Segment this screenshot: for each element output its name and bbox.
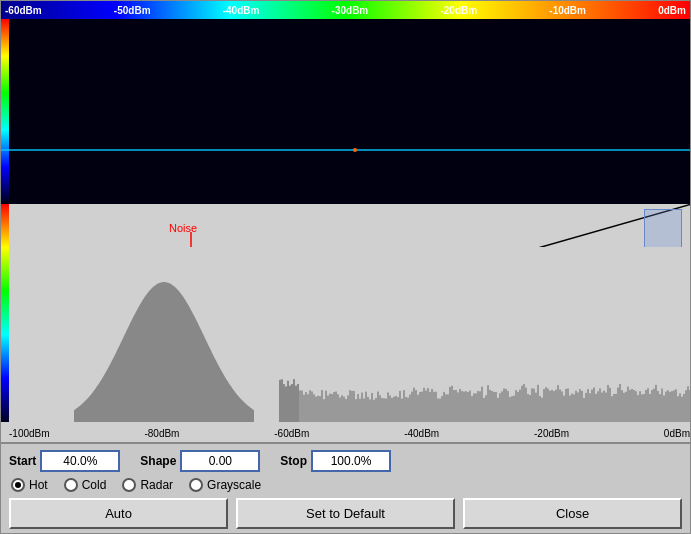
controls-panel: Start Shape Stop HotColdRadarGrayscale A… — [1, 442, 690, 533]
xaxis-label: -100dBm — [9, 428, 50, 439]
histogram-color-strip — [1, 204, 9, 422]
colorbar-label: 0dBm — [658, 5, 686, 16]
colorbar-label: -40dBm — [223, 5, 260, 16]
xaxis-label: -20dBm — [534, 428, 569, 439]
button-row: AutoSet to DefaultClose — [9, 498, 682, 529]
start-label: Start — [9, 454, 36, 468]
colorbar-label: -20dBm — [440, 5, 477, 16]
set-to-default-button[interactable]: Set to Default — [236, 498, 455, 529]
colorbar-label: -10dBm — [549, 5, 586, 16]
colorbar: -60dBm-50dBm-40dBm-30dBm-20dBm-10dBm0dBm — [1, 1, 690, 19]
stop-input[interactable] — [311, 450, 391, 472]
stop-label: Stop — [280, 454, 307, 468]
xaxis-label: 0dBm — [664, 428, 690, 439]
close-button[interactable]: Close — [463, 498, 682, 529]
radio-hot[interactable]: Hot — [11, 478, 48, 492]
radio-label-radar: Radar — [140, 478, 173, 492]
radio-grayscale[interactable]: Grayscale — [189, 478, 261, 492]
radio-radar[interactable]: Radar — [122, 478, 173, 492]
colorbar-label: -30dBm — [332, 5, 369, 16]
xaxis-label: -40dBm — [404, 428, 439, 439]
shape-input[interactable] — [180, 450, 260, 472]
radio-circle-cold — [64, 478, 78, 492]
radio-circle-grayscale — [189, 478, 203, 492]
xaxis-label: -60dBm — [274, 428, 309, 439]
waterfall-display — [1, 19, 690, 204]
histogram-area: Noise Signal -100dBm-80dBm-60dBm-40dBm- — [1, 204, 690, 442]
waterfall-scan-line — [1, 149, 690, 151]
radio-circle-radar — [122, 478, 136, 492]
radio-label-grayscale: Grayscale — [207, 478, 261, 492]
slider-row: Start Shape Stop — [9, 450, 682, 472]
radio-label-hot: Hot — [29, 478, 48, 492]
radio-label-cold: Cold — [82, 478, 107, 492]
radio-row: HotColdRadarGrayscale — [9, 478, 682, 492]
waterfall-signal-dot — [353, 148, 357, 152]
colorbar-labels: -60dBm-50dBm-40dBm-30dBm-20dBm-10dBm0dBm — [1, 1, 690, 19]
auto-button[interactable]: Auto — [9, 498, 228, 529]
histogram-canvas — [9, 247, 690, 422]
app: -60dBm-50dBm-40dBm-30dBm-20dBm-10dBm0dBm… — [0, 0, 691, 534]
radio-circle-hot — [11, 478, 25, 492]
start-input[interactable] — [40, 450, 120, 472]
xaxis-label: -80dBm — [144, 428, 179, 439]
radio-cold[interactable]: Cold — [64, 478, 107, 492]
colorbar-label: -50dBm — [114, 5, 151, 16]
xaxis-labels: -100dBm-80dBm-60dBm-40dBm-20dBm0dBm — [9, 428, 690, 439]
colorbar-label: -60dBm — [5, 5, 42, 16]
waterfall-color-strip — [1, 19, 9, 204]
shape-label: Shape — [140, 454, 176, 468]
